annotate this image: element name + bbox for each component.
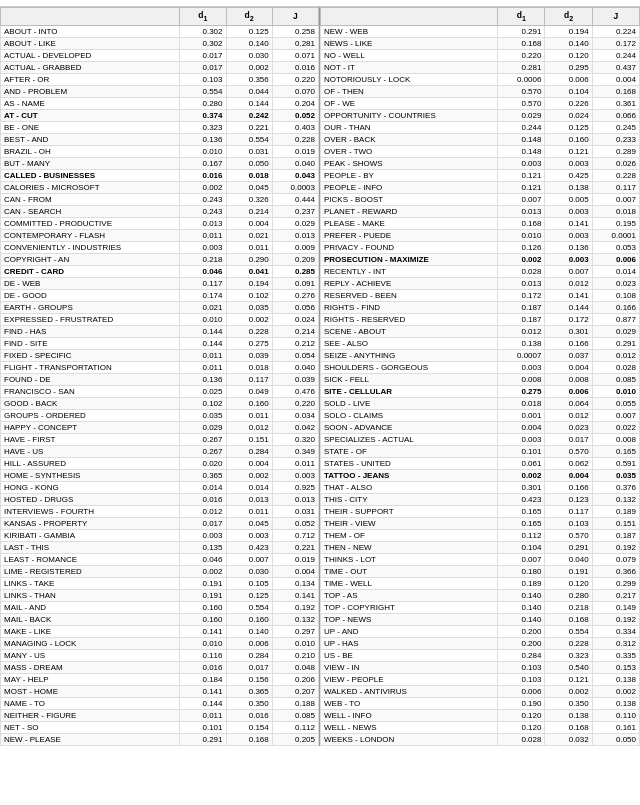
value-cell: 0.070 bbox=[272, 85, 318, 97]
table-row: WALKED - ANTIVIRUS0.0060.0020.002 bbox=[321, 685, 640, 697]
table-row: SITE - CELLULAR0.2750.0060.010 bbox=[321, 385, 640, 397]
value-cell: 0.028 bbox=[498, 265, 545, 277]
word-pair-cell: PEOPLE - INFO bbox=[321, 181, 498, 193]
value-cell: 0.242 bbox=[226, 109, 272, 121]
value-cell: 0.010 bbox=[498, 229, 545, 241]
value-cell: 0.002 bbox=[498, 469, 545, 481]
value-cell: 0.220 bbox=[272, 397, 318, 409]
value-cell: 0.017 bbox=[180, 49, 226, 61]
value-cell: 0.004 bbox=[272, 565, 318, 577]
value-cell: 0.148 bbox=[498, 133, 545, 145]
value-cell: 0.061 bbox=[498, 457, 545, 469]
value-cell: 0.168 bbox=[226, 733, 272, 745]
value-cell: 0.166 bbox=[545, 481, 592, 493]
value-cell: 0.214 bbox=[272, 325, 318, 337]
table-row: FIND - SITE0.1440.2750.212 bbox=[1, 337, 319, 349]
table-row: OVER - BACK0.1480.1600.233 bbox=[321, 133, 640, 145]
table-row: CALLED - BUSINESSES0.0160.0180.043 bbox=[1, 169, 319, 181]
value-cell: 0.003 bbox=[545, 229, 592, 241]
value-cell: 0.877 bbox=[592, 313, 639, 325]
value-cell: 0.030 bbox=[226, 49, 272, 61]
value-cell: 0.028 bbox=[498, 733, 545, 745]
value-cell: 0.284 bbox=[498, 649, 545, 661]
table-row: HOME - SYNTHESIS0.3650.0020.003 bbox=[1, 469, 319, 481]
value-cell: 0.141 bbox=[545, 217, 592, 229]
value-cell: 0.570 bbox=[545, 445, 592, 457]
value-cell: 0.002 bbox=[226, 61, 272, 73]
value-cell: 0.121 bbox=[498, 169, 545, 181]
value-cell: 0.120 bbox=[545, 49, 592, 61]
value-cell: 0.050 bbox=[592, 733, 639, 745]
value-cell: 0.174 bbox=[180, 289, 226, 301]
value-cell: 0.144 bbox=[545, 301, 592, 313]
word-pair-cell: KANSAS - PROPERTY bbox=[1, 517, 180, 529]
value-cell: 0.228 bbox=[545, 637, 592, 649]
word-pair-cell: MANY - US bbox=[1, 649, 180, 661]
value-cell: 0.123 bbox=[545, 493, 592, 505]
word-pair-cell: SOON - ADVANCE bbox=[321, 421, 498, 433]
table-row: TOP - COPYRIGHT0.1400.2180.149 bbox=[321, 601, 640, 613]
word-pair-cell: PICKS - BOOST bbox=[321, 193, 498, 205]
word-pair-cell: EARTH - GROUPS bbox=[1, 301, 180, 313]
value-cell: 0.102 bbox=[180, 397, 226, 409]
word-pair-cell: DE - WEB bbox=[1, 277, 180, 289]
value-cell: 0.050 bbox=[226, 157, 272, 169]
table-row: MOST - HOME0.1410.3650.207 bbox=[1, 685, 319, 697]
word-pair-cell: RIGHTS - FIND bbox=[321, 301, 498, 313]
table-row: FLIGHT - TRANSPORTATION0.0110.0180.040 bbox=[1, 361, 319, 373]
value-cell: 0.423 bbox=[226, 541, 272, 553]
value-cell: 0.014 bbox=[180, 481, 226, 493]
value-cell: 0.108 bbox=[592, 289, 639, 301]
value-cell: 0.189 bbox=[498, 577, 545, 589]
table-row: CAN - SEARCH0.2430.2140.237 bbox=[1, 205, 319, 217]
value-cell: 0.191 bbox=[180, 589, 226, 601]
value-cell: 0.016 bbox=[226, 709, 272, 721]
word-pair-cell: BEST - AND bbox=[1, 133, 180, 145]
word-pair-cell: NEWS - LIKE bbox=[321, 37, 498, 49]
table-row: OF - WE0.5700.2260.361 bbox=[321, 97, 640, 109]
value-cell: 0.003 bbox=[545, 157, 592, 169]
value-cell: 0.334 bbox=[592, 625, 639, 637]
value-cell: 0.151 bbox=[226, 433, 272, 445]
table-row: RIGHTS - FIND0.1870.1440.166 bbox=[321, 301, 640, 313]
value-cell: 0.125 bbox=[226, 25, 272, 37]
left-table: d1 d2 J ABOUT - INTO0.3020.1250.258ABOUT… bbox=[0, 7, 320, 746]
table-row: EXPRESSED - FRUSTRATED0.0100.0020.024 bbox=[1, 313, 319, 325]
value-cell: 0.012 bbox=[545, 277, 592, 289]
value-cell: 0.028 bbox=[592, 361, 639, 373]
value-cell: 0.005 bbox=[545, 193, 592, 205]
table-row: OVER - TWO0.1480.1210.289 bbox=[321, 145, 640, 157]
left-col-j-header: J bbox=[272, 8, 318, 26]
value-cell: 0.0003 bbox=[272, 181, 318, 193]
value-cell: 0.103 bbox=[180, 73, 226, 85]
value-cell: 0.010 bbox=[180, 637, 226, 649]
value-cell: 0.002 bbox=[498, 253, 545, 265]
table-row: RESERVED - BEEN0.1720.1410.108 bbox=[321, 289, 640, 301]
word-pair-cell: RECENTLY - INT bbox=[321, 265, 498, 277]
table-row: SCENE - ABOUT0.0120.3010.029 bbox=[321, 325, 640, 337]
word-pair-cell: HOME - SYNTHESIS bbox=[1, 469, 180, 481]
value-cell: 0.0007 bbox=[498, 349, 545, 361]
value-cell: 0.016 bbox=[272, 61, 318, 73]
word-pair-cell: BRAZIL - OH bbox=[1, 145, 180, 157]
value-cell: 0.244 bbox=[498, 121, 545, 133]
value-cell: 0.284 bbox=[226, 649, 272, 661]
word-pair-cell: EXPRESSED - FRUSTRATED bbox=[1, 313, 180, 325]
word-pair-cell: LINKS - TAKE bbox=[1, 577, 180, 589]
value-cell: 0.376 bbox=[592, 481, 639, 493]
word-pair-cell: THEIR - SUPPORT bbox=[321, 505, 498, 517]
value-cell: 0.018 bbox=[592, 205, 639, 217]
word-pair-cell: WALKED - ANTIVIRUS bbox=[321, 685, 498, 697]
word-pair-cell: BUT - MANY bbox=[1, 157, 180, 169]
value-cell: 0.023 bbox=[545, 421, 592, 433]
table-row: WELL - INFO0.1200.1380.110 bbox=[321, 709, 640, 721]
value-cell: 0.026 bbox=[592, 157, 639, 169]
value-cell: 0.103 bbox=[498, 673, 545, 685]
table-row: SEE - ALSO0.1380.1660.291 bbox=[321, 337, 640, 349]
value-cell: 0.011 bbox=[226, 241, 272, 253]
value-cell: 0.276 bbox=[272, 289, 318, 301]
value-cell: 0.320 bbox=[272, 433, 318, 445]
value-cell: 0.291 bbox=[498, 25, 545, 37]
word-pair-cell: NEW - PLEASE bbox=[1, 733, 180, 745]
value-cell: 0.101 bbox=[180, 721, 226, 733]
